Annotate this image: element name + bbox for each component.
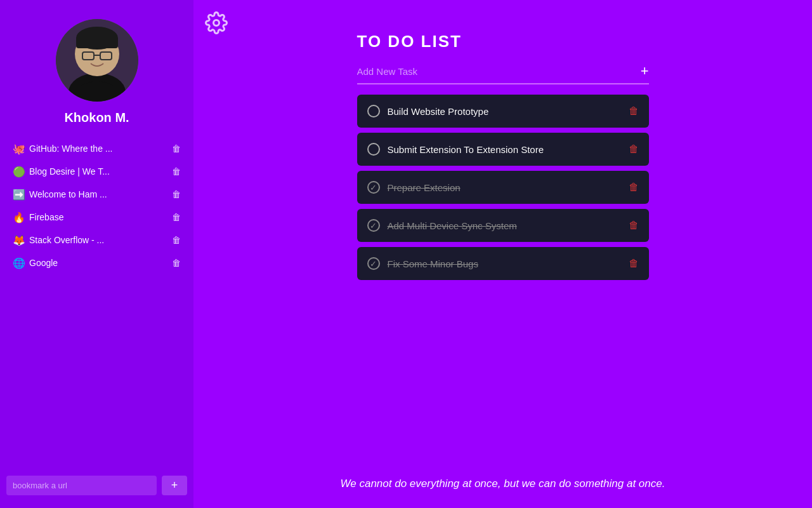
- task-delete-button[interactable]: 🗑: [629, 144, 639, 155]
- bookmark-label: Firebase: [29, 212, 167, 222]
- sidebar-bottom: +: [6, 476, 187, 495]
- bookmark-item-firebase[interactable]: 🔥Firebase🗑: [6, 206, 187, 228]
- task-label: Build Website Prototype: [388, 106, 621, 117]
- task-checkbox[interactable]: [367, 105, 380, 117]
- todo-title: TO DO LIST: [357, 32, 649, 51]
- bookmark-item-github[interactable]: 🐙GitHub: Where the ...🗑: [6, 138, 187, 159]
- bookmark-delete-icon[interactable]: 🗑: [172, 258, 181, 268]
- bookmark-favicon-icon: 🟢: [13, 166, 24, 177]
- bookmark-item-stackoverflow[interactable]: 🦊Stack Overflow - ...🗑: [6, 229, 187, 251]
- todo-section: TO DO LIST + Build Website Prototype🗑Sub…: [357, 32, 649, 280]
- add-task-input[interactable]: [357, 66, 641, 77]
- task-label: Fix Some Minor Bugs: [388, 258, 621, 269]
- bookmark-favicon-icon: 🦊: [13, 234, 24, 246]
- task-item: ✓Prepare Extesion🗑: [357, 171, 649, 204]
- bookmark-delete-icon[interactable]: 🗑: [172, 212, 181, 222]
- svg-rect-4: [76, 37, 118, 48]
- sidebar: Khokon M. 🐙GitHub: Where the ...🗑🟢Blog D…: [0, 0, 193, 508]
- settings-icon[interactable]: [205, 11, 228, 39]
- task-delete-button[interactable]: 🗑: [629, 105, 639, 117]
- task-checkbox[interactable]: ✓: [367, 257, 380, 270]
- avatar: [56, 19, 138, 102]
- task-item: Submit Extension To Extension Store🗑: [357, 133, 649, 166]
- bookmark-delete-icon[interactable]: 🗑: [172, 235, 181, 245]
- footer-quote: We cannot do everything at once, but we …: [193, 478, 812, 490]
- task-label: Add Multi Device Sync System: [388, 220, 621, 231]
- bookmark-item-blog[interactable]: 🟢Blog Desire | We T...🗑: [6, 161, 187, 182]
- bookmark-item-welcome[interactable]: ➡️Welcome to Ham ...🗑: [6, 184, 187, 205]
- bookmark-delete-icon[interactable]: 🗑: [172, 166, 181, 177]
- bookmark-item-google[interactable]: 🌐Google🗑: [6, 252, 187, 274]
- task-delete-button[interactable]: 🗑: [629, 182, 639, 193]
- bookmark-favicon-icon: 🌐: [13, 257, 24, 269]
- bookmark-label: Welcome to Ham ...: [29, 189, 167, 199]
- add-task-row: +: [357, 63, 649, 84]
- bookmark-label: Blog Desire | We T...: [29, 166, 167, 177]
- task-item: ✓Fix Some Minor Bugs🗑: [357, 247, 649, 280]
- bookmark-list: 🐙GitHub: Where the ...🗑🟢Blog Desire | We…: [0, 138, 193, 274]
- bookmark-favicon-icon: ➡️: [13, 189, 24, 200]
- bookmark-favicon-icon: 🐙: [13, 143, 24, 154]
- bookmark-input[interactable]: [6, 476, 157, 495]
- task-delete-button[interactable]: 🗑: [629, 258, 639, 269]
- task-item: ✓Add Multi Device Sync System🗑: [357, 209, 649, 242]
- bookmark-label: Google: [29, 258, 167, 268]
- task-checkbox[interactable]: [367, 143, 380, 156]
- task-list: Build Website Prototype🗑Submit Extension…: [357, 95, 649, 280]
- task-item: Build Website Prototype🗑: [357, 95, 649, 128]
- task-label: Prepare Extesion: [388, 182, 621, 193]
- main-content: TO DO LIST + Build Website Prototype🗑Sub…: [193, 0, 812, 508]
- bookmark-label: GitHub: Where the ...: [29, 144, 167, 154]
- svg-point-8: [214, 20, 219, 26]
- bookmark-label: Stack Overflow - ...: [29, 235, 167, 245]
- task-checkbox[interactable]: ✓: [367, 219, 380, 232]
- task-checkbox[interactable]: ✓: [367, 181, 380, 194]
- bookmark-favicon-icon: 🔥: [13, 211, 24, 223]
- bookmark-delete-icon[interactable]: 🗑: [172, 144, 181, 154]
- bookmark-delete-icon[interactable]: 🗑: [172, 189, 181, 199]
- add-task-button[interactable]: +: [641, 63, 649, 79]
- user-name: Khokon M.: [64, 110, 129, 125]
- add-bookmark-button[interactable]: +: [162, 476, 187, 495]
- task-delete-button[interactable]: 🗑: [629, 220, 639, 231]
- task-label: Submit Extension To Extension Store: [388, 144, 621, 155]
